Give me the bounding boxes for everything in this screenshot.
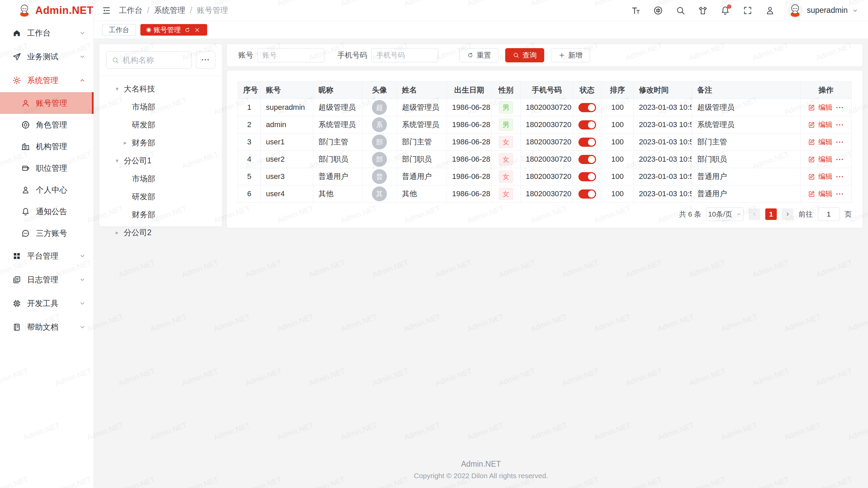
tab-refresh-icon[interactable]: [184, 27, 191, 33]
language-icon[interactable]: [653, 5, 663, 16]
tree-node-label: 财务部: [132, 138, 155, 148]
collapse-sidebar-icon[interactable]: [101, 5, 112, 16]
edit-icon[interactable]: [808, 173, 815, 180]
edit-button[interactable]: 编辑: [818, 172, 833, 181]
goto-page-input[interactable]: [818, 207, 840, 221]
add-button[interactable]: 新增: [551, 48, 590, 62]
sidebar-item-notice[interactable]: 通知公告: [0, 201, 94, 222]
account-input[interactable]: [257, 48, 324, 62]
sidebar-item-logs[interactable]: 日志管理: [0, 268, 94, 291]
caret-down-icon[interactable]: ▾: [116, 85, 124, 93]
sidebar-item-role[interactable]: 角色管理: [0, 114, 94, 136]
page-1-button[interactable]: 1: [765, 208, 777, 220]
sidebar-item-business-test[interactable]: 业务测试: [0, 45, 94, 68]
cell-birth: 1986-06-28: [447, 134, 492, 151]
edit-icon[interactable]: [808, 190, 815, 198]
tab-close-icon[interactable]: [194, 27, 200, 33]
reset-button[interactable]: 重置: [459, 48, 498, 62]
tree-node-label: 研发部: [132, 120, 155, 130]
cell-remark: 部门职员: [692, 151, 801, 168]
edit-button[interactable]: 编辑: [818, 120, 833, 129]
gender-badge: 女: [499, 170, 513, 183]
breadcrumb-item[interactable]: 工作台: [119, 5, 142, 16]
cell-remark: 系统管理员: [692, 116, 801, 134]
sidebar-item-label: 机构管理: [36, 141, 67, 152]
sidebar-item-third-account[interactable]: 三方账号: [0, 222, 94, 244]
theme-shirt-icon[interactable]: [698, 5, 708, 16]
cell-actions: 编辑···: [801, 168, 852, 185]
edit-button[interactable]: 编辑: [818, 103, 833, 112]
status-toggle[interactable]: [578, 120, 596, 129]
tree-node-label: 分公司2: [124, 227, 152, 238]
sidebar-item-label: 职位管理: [36, 163, 67, 174]
next-page-button[interactable]: [782, 208, 793, 220]
sidebar-item-label: 开发工具: [27, 298, 58, 309]
tree-node[interactable]: ▾分公司1: [106, 152, 215, 170]
row-more-button[interactable]: ···: [836, 155, 844, 163]
logo[interactable]: Admin.NET: [0, 0, 94, 21]
sidebar-item-position[interactable]: 职位管理: [0, 157, 94, 179]
edit-button[interactable]: 编辑: [818, 137, 833, 147]
row-more-button[interactable]: ···: [836, 138, 844, 146]
edit-icon[interactable]: [808, 156, 815, 163]
user-menu[interactable]: superadmin: [787, 3, 859, 18]
status-toggle[interactable]: [578, 189, 596, 199]
edit-button[interactable]: 编辑: [818, 155, 833, 164]
row-more-button[interactable]: ···: [836, 172, 844, 181]
tree-node[interactable]: ▾大名科技: [106, 80, 215, 98]
org-search-input[interactable]: [123, 56, 186, 65]
sidebar-item-account[interactable]: 账号管理: [0, 92, 94, 114]
sidebar-item-help[interactable]: 帮助文档: [0, 315, 94, 339]
fullscreen-icon[interactable]: [743, 5, 753, 16]
tab-workbench[interactable]: 工作台: [102, 24, 136, 36]
tree-node[interactable]: ▸财务部: [106, 134, 215, 152]
sidebar-item-profile[interactable]: 个人中心: [0, 179, 94, 201]
badge-icon: [21, 164, 30, 173]
tree-node[interactable]: 研发部: [106, 188, 215, 206]
edit-icon[interactable]: [808, 104, 815, 111]
edit-icon[interactable]: [808, 121, 815, 128]
caret-right-icon[interactable]: ▸: [116, 229, 124, 236]
cell-account: user3: [261, 168, 313, 185]
person-icon: [21, 185, 30, 195]
status-toggle[interactable]: [578, 138, 596, 147]
tab-account-management[interactable]: 账号管理: [140, 24, 207, 36]
caret-right-icon[interactable]: ▸: [124, 139, 132, 146]
caret-down-icon[interactable]: ▾: [116, 157, 124, 164]
tree-node[interactable]: 研发部: [106, 116, 215, 134]
sidebar-item-devtools[interactable]: 开发工具: [0, 291, 94, 315]
tree-more-button[interactable]: ···: [196, 51, 215, 69]
sidebar-item-platform[interactable]: 平台管理: [0, 244, 94, 268]
breadcrumb-item[interactable]: 系统管理: [154, 5, 185, 16]
notification-bell-icon[interactable]: [720, 5, 730, 16]
tree-node[interactable]: 财务部: [106, 206, 215, 224]
status-toggle[interactable]: [578, 103, 596, 112]
row-more-button[interactable]: ···: [836, 190, 844, 198]
sidebar-item-org[interactable]: 机构管理: [0, 136, 94, 157]
avatar: 普: [372, 169, 387, 184]
org-tree-panel: ··· ▾大名科技市场部研发部▸财务部▾分公司1市场部研发部财务部▸分公司2: [99, 44, 222, 226]
page-size-select[interactable]: 10条/页: [706, 207, 744, 221]
status-toggle[interactable]: [578, 155, 596, 164]
tree-node[interactable]: 市场部: [106, 170, 215, 188]
font-size-icon[interactable]: [631, 5, 641, 16]
row-more-button[interactable]: ···: [836, 121, 844, 129]
query-button[interactable]: 查询: [505, 48, 544, 62]
tree-node[interactable]: 市场部: [106, 98, 215, 116]
cell-status: [573, 134, 601, 151]
edit-button[interactable]: 编辑: [818, 189, 833, 199]
sidebar-item-system[interactable]: 系统管理: [0, 68, 94, 92]
chevron-down-icon: [79, 323, 86, 331]
search-icon[interactable]: [675, 5, 686, 16]
sidebar-item-workbench[interactable]: 工作台: [0, 21, 94, 45]
status-toggle[interactable]: [578, 172, 596, 181]
profile-person-icon[interactable]: [765, 5, 775, 16]
tree-node[interactable]: ▸分公司2: [106, 224, 215, 242]
row-more-button[interactable]: ···: [836, 103, 844, 111]
edit-icon[interactable]: [808, 139, 815, 146]
phone-input[interactable]: [371, 48, 438, 62]
filter-bar: 账号 手机号码 重置 查询: [227, 44, 863, 66]
prev-page-button[interactable]: [749, 208, 760, 220]
cell-birth: 1986-06-28: [447, 168, 492, 185]
chevron-down-icon: [736, 211, 742, 217]
